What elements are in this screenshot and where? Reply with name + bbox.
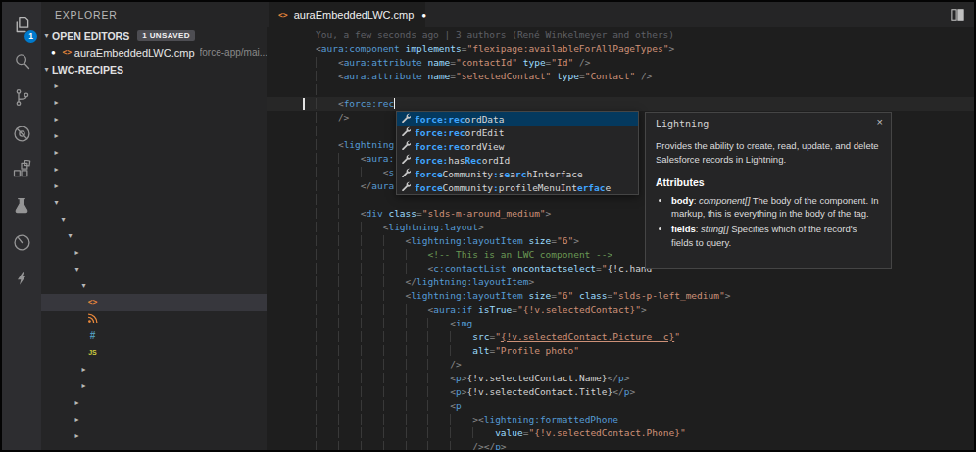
tree-file-auraEmbeddedLWC.css[interactable]: #: [41, 327, 267, 344]
tree-folder-bin[interactable]: ▸: [41, 144, 267, 161]
line-number[interactable]: [267, 385, 316, 399]
indent-guide: [338, 373, 361, 383]
code-line-26[interactable]: <p>{!v.selectedContact.Title}</p>: [267, 385, 974, 399]
tree-folder-aura[interactable]: ▾: [41, 261, 267, 277]
wrench-icon: [401, 168, 415, 179]
line-content: [316, 125, 338, 138]
close-icon[interactable]: ×: [877, 116, 883, 127]
activitybar-salesforce[interactable]: [2, 264, 41, 297]
tree-folder-.circleci[interactable]: ▸: [41, 77, 267, 94]
code-line-29[interactable]: value="{!v.selectedContact.Phone}": [267, 427, 974, 440]
token-tag: lightning:formattedPhone: [484, 414, 618, 425]
open-editors-header[interactable]: ▾ OPEN EDITORS 1 UNSAVED: [41, 27, 267, 44]
tree-folder-auraEmbeddedLWC[interactable]: ▾: [41, 277, 267, 294]
line-number[interactable]: [267, 399, 316, 413]
line-number[interactable]: [267, 42, 316, 56]
code-line-3[interactable]: <aura:attribute name="selectedContact" t…: [267, 70, 974, 83]
line-number[interactable]: [267, 440, 316, 452]
line-number[interactable]: [267, 358, 316, 372]
split-editor-icon[interactable]: [951, 8, 964, 25]
indent-guide: [427, 359, 450, 370]
tree-folder-contentassets[interactable]: ▸: [41, 427, 267, 444]
tree-folder-default[interactable]: ▾: [41, 227, 267, 244]
line-number[interactable]: [267, 152, 316, 166]
code-line-20[interactable]: <aura:if isTrue="{!v.selectedContact}">: [267, 303, 974, 317]
line-number[interactable]: [267, 276, 316, 289]
line-number[interactable]: [267, 262, 316, 276]
line-number[interactable]: [267, 111, 316, 125]
code-line-27[interactable]: <p: [267, 399, 974, 413]
line-number[interactable]: [267, 317, 316, 330]
suggestion-forceCommunity:profileMenuInterface[interactable]: forceCommunity:profileMenuInterface: [397, 180, 638, 194]
code-line-21[interactable]: <img: [267, 317, 974, 330]
line-number[interactable]: [267, 289, 316, 303]
indent-guide: [338, 249, 361, 260]
line-number[interactable]: [267, 221, 316, 234]
tree-folder-classes[interactable]: ▸: [41, 411, 267, 427]
activitybar-gauge[interactable]: [2, 227, 41, 261]
tree-folder-auraPubsubPublisher[interactable]: ▸: [41, 361, 267, 377]
tree-folder-force-app[interactable]: ▾: [41, 194, 267, 211]
code-line-30[interactable]: /></p>: [267, 440, 974, 452]
suggestion-force:hasRecordId[interactable]: force:hasRecordId: [397, 153, 638, 167]
tree-folder-config[interactable]: ▸: [41, 161, 267, 177]
tree-folder-.github[interactable]: ▸: [41, 94, 267, 111]
suggestion-force:recordData[interactable]: force:recordData: [397, 112, 638, 126]
activitybar-test[interactable]: [2, 191, 41, 225]
code-line-4[interactable]: [267, 83, 974, 97]
tree-folder-data[interactable]: ▸: [41, 177, 267, 194]
suggestion-force:recordView[interactable]: force:recordView: [397, 139, 638, 153]
code-line-2[interactable]: <aura:attribute name="contactId" type="I…: [267, 56, 974, 70]
line-number[interactable]: [267, 344, 316, 358]
line-number[interactable]: [267, 207, 316, 221]
activitybar-explorer[interactable]: 1: [2, 10, 41, 43]
line-number[interactable]: [267, 166, 316, 179]
code-line-5[interactable]: <force:rec: [267, 97, 974, 111]
open-editor-item[interactable]: ● <> auraEmbeddedLWC.cmp force-app/mai..…: [41, 44, 267, 61]
line-number[interactable]: [267, 248, 316, 262]
tree-folder-brandingSets[interactable]: ▸: [41, 394, 267, 411]
code-line-23[interactable]: alt="Profile photo": [267, 344, 974, 358]
activitybar-search[interactable]: [2, 46, 41, 79]
tree-file-auraEmbeddedLWC.cmp-meta.xml[interactable]: [41, 311, 267, 327]
line-number[interactable]: [267, 97, 316, 111]
activitybar-extensions[interactable]: [2, 155, 41, 188]
line-number[interactable]: [267, 70, 316, 83]
tree-folder-auraPubsubSubscriber[interactable]: ▸: [41, 377, 267, 394]
tab-auraEmbeddedLWC-cmp[interactable]: <> auraEmbeddedLWC.cmp ●: [269, 2, 425, 27]
tree-file-auraEmbeddedLWCController.js[interactable]: JS: [41, 344, 267, 361]
activitybar-debug[interactable]: [2, 119, 41, 152]
tree-folder-.vscode[interactable]: ▸: [41, 127, 267, 144]
chevron-right-icon: ▸: [72, 431, 82, 440]
code-line-25[interactable]: <p>{!v.selectedContact.Name}</p>: [267, 372, 974, 385]
line-number[interactable]: [267, 179, 316, 193]
code-line-28[interactable]: ><lightning:formattedPhone: [267, 413, 974, 427]
code-line-19[interactable]: <lightning:layoutItem size="6" class="sl…: [267, 289, 974, 303]
line-number[interactable]: [267, 56, 316, 70]
code-line-22[interactable]: src="{!v.selectedContact.Picture__c}": [267, 330, 974, 344]
indent-guide: [338, 441, 361, 452]
line-number[interactable]: [267, 427, 316, 440]
line-number[interactable]: [267, 303, 316, 317]
project-section-header[interactable]: ▾ LWC-RECIPES: [41, 61, 267, 77]
code-line-24[interactable]: />: [267, 358, 974, 372]
line-number[interactable]: [267, 372, 316, 385]
line-number[interactable]: [267, 138, 316, 152]
tree-folder-main[interactable]: ▾: [41, 211, 267, 227]
tree-file-auraEmbeddedLWC.cmp[interactable]: <>: [41, 294, 267, 311]
suggestion-forceCommunity:searchInterface[interactable]: forceCommunity:searchInterface: [397, 167, 638, 180]
line-number[interactable]: [267, 125, 316, 138]
line-number[interactable]: [267, 413, 316, 427]
tree-folder-applications[interactable]: ▸: [41, 244, 267, 261]
code-line-1[interactable]: <aura:component implements="flexipage:av…: [267, 42, 974, 56]
line-number[interactable]: [267, 193, 316, 207]
line-number[interactable]: [267, 83, 316, 97]
tree-folder-.sfdx[interactable]: ▸: [41, 111, 267, 127]
line-number[interactable]: [267, 330, 316, 344]
code-line-18[interactable]: </lightning:layoutItem>: [267, 276, 974, 289]
tree-folder-cspTrustedSites[interactable]: ▸: [41, 444, 267, 452]
token-tag: aura:attribute: [344, 57, 422, 68]
suggestion-force:recordEdit[interactable]: force:recordEdit: [397, 126, 638, 139]
line-number[interactable]: [267, 234, 316, 248]
activitybar-source-control[interactable]: [2, 82, 41, 116]
